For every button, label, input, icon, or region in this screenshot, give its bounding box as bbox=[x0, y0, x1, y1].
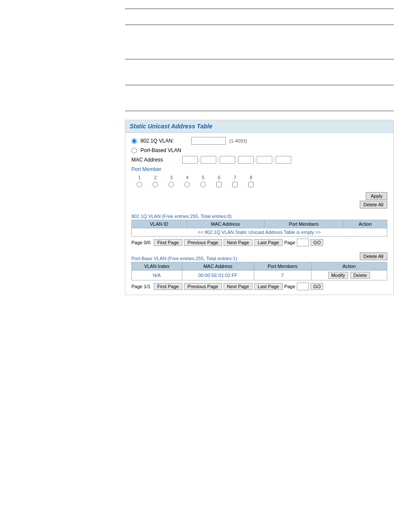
vlan-id-input[interactable] bbox=[191, 137, 226, 145]
static-unicast-panel: Static Unicast Address Table 802.1Q VLAN… bbox=[125, 120, 394, 295]
mac-field-1[interactable] bbox=[182, 156, 198, 164]
previous-page-btn-2[interactable]: Previous Page bbox=[184, 283, 222, 290]
mac-field-3[interactable] bbox=[220, 156, 235, 164]
vlan-portbased-row: Port-Based VLAN bbox=[131, 147, 387, 153]
apply-button[interactable]: Apply bbox=[366, 192, 387, 200]
page-label-2: Page bbox=[284, 284, 296, 289]
table-8021q-header: VLAN ID MAC Address Port Members Action bbox=[132, 220, 387, 228]
pagination-8021q: Page 0/0 First Page Previous Page Next P… bbox=[131, 239, 387, 246]
port-radio-3[interactable] bbox=[168, 182, 174, 187]
buttons-row-2: Delete All bbox=[131, 201, 387, 210]
port-header-2: 2 bbox=[147, 174, 163, 181]
col-mac-address-1: MAC Address bbox=[187, 220, 264, 228]
last-page-btn-2[interactable]: Last Page bbox=[254, 283, 283, 290]
port-header-7: 7 bbox=[227, 174, 243, 181]
col-action-1: Action bbox=[343, 220, 387, 228]
go-btn-2[interactable]: GO bbox=[311, 283, 323, 290]
mac-input-group: : : : : : bbox=[182, 156, 291, 164]
cell-action: Modify Delete bbox=[311, 271, 387, 280]
col-action-2: Action bbox=[311, 262, 387, 271]
page-label-1: Page bbox=[284, 240, 296, 245]
delete-all-button-1[interactable]: Delete All bbox=[360, 201, 387, 208]
port-checkbox-7[interactable] bbox=[232, 182, 238, 187]
port-header-5: 5 bbox=[195, 174, 211, 181]
table-portbase-header: VLAN Index MAC Address Port Members Acti… bbox=[132, 262, 387, 271]
cell-port-members: 7 bbox=[254, 271, 311, 280]
first-page-btn-2[interactable]: First Page bbox=[154, 283, 182, 290]
port-radio-1[interactable] bbox=[137, 182, 142, 187]
port-member-section: Port Member 1 2 3 4 5 6 7 8 bbox=[131, 166, 387, 190]
buttons-row-1: Apply bbox=[131, 192, 387, 201]
port-checkbox-6[interactable] bbox=[216, 182, 222, 187]
mac-address-label: MAC Address bbox=[131, 157, 179, 163]
portbase-section: Port-Base VLAN (Free entries:255, Total … bbox=[131, 252, 387, 290]
col-vlan-index: VLAN Index bbox=[132, 262, 182, 271]
page-number-input-2[interactable] bbox=[297, 283, 309, 290]
port-checkbox-8[interactable] bbox=[248, 182, 254, 187]
section-block-2 bbox=[125, 25, 394, 59]
section-block-3 bbox=[125, 59, 394, 85]
port-radio-2[interactable] bbox=[153, 182, 158, 187]
port-header-1: 1 bbox=[131, 174, 147, 181]
section-block-4 bbox=[125, 85, 394, 111]
table-portbase: VLAN Index MAC Address Port Members Acti… bbox=[131, 262, 387, 280]
port-header-8: 8 bbox=[243, 174, 259, 181]
col-port-members-2: Port Members bbox=[254, 262, 311, 271]
next-page-btn-1[interactable]: Next Page bbox=[224, 239, 252, 246]
vlan-8021q-label: 802.1Q VLAN: bbox=[140, 138, 188, 144]
portbase-header-row: Port-Base VLAN (Free entries:255, Total … bbox=[131, 252, 387, 262]
vlan-portbased-radio[interactable] bbox=[131, 148, 137, 153]
first-page-btn-1[interactable]: First Page bbox=[154, 239, 182, 246]
col-mac-address-2: MAC Address bbox=[182, 262, 254, 271]
last-page-btn-1[interactable]: Last Page bbox=[254, 239, 283, 246]
port-header-row: 1 2 3 4 5 6 7 8 bbox=[131, 174, 259, 181]
mac-field-2[interactable] bbox=[201, 156, 216, 164]
port-member-label: Port Member bbox=[131, 166, 387, 172]
vlan-8021q-radio[interactable] bbox=[131, 138, 137, 144]
mac-field-4[interactable] bbox=[238, 156, 254, 164]
previous-page-btn-1[interactable]: Previous Page bbox=[184, 239, 222, 246]
port-member-table: 1 2 3 4 5 6 7 8 bbox=[131, 174, 259, 190]
vlan-range-label: (1-4093) bbox=[229, 138, 247, 143]
panel-title: Static Unicast Address Table bbox=[125, 120, 393, 133]
next-page-btn-2[interactable]: Next Page bbox=[224, 283, 252, 290]
col-vlan-id: VLAN ID bbox=[132, 220, 187, 228]
go-btn-1[interactable]: GO bbox=[311, 239, 323, 246]
col-port-members-1: Port Members bbox=[264, 220, 343, 228]
sidebar bbox=[0, 0, 121, 532]
port-radio-row bbox=[131, 181, 259, 190]
table-row: N/A 00:00:5E:01:02:FF 7 Modify Delete bbox=[132, 271, 387, 280]
page-info-8021q: Page 0/0 bbox=[131, 240, 150, 245]
vlan-8021q-row: 802.1Q VLAN: (1-4093) bbox=[131, 137, 387, 145]
port-header-6: 6 bbox=[211, 174, 227, 181]
table-8021q-empty-row: << 802.1Q VLAN Static Unicast Address Ta… bbox=[132, 228, 387, 236]
section-block-1 bbox=[125, 9, 394, 25]
empty-message-8021q: << 802.1Q VLAN Static Unicast Address Ta… bbox=[132, 228, 387, 236]
port-radio-5[interactable] bbox=[200, 182, 206, 187]
pagination-portbase: Page 1/1 First Page Previous Page Next P… bbox=[131, 283, 387, 290]
mac-field-5[interactable] bbox=[257, 156, 272, 164]
port-header-4: 4 bbox=[179, 174, 195, 181]
delete-all-button-2[interactable]: Delete All bbox=[360, 252, 387, 260]
delete-row-button[interactable]: Delete bbox=[350, 272, 370, 279]
port-radio-4[interactable] bbox=[184, 182, 190, 187]
mac-address-row: MAC Address : : : : : bbox=[131, 156, 387, 164]
cell-vlan-index: N/A bbox=[132, 271, 182, 280]
cell-mac-address: 00:00:5E:01:02:FF bbox=[182, 271, 254, 280]
page-number-input-1[interactable] bbox=[297, 239, 309, 246]
modify-button[interactable]: Modify bbox=[328, 272, 348, 279]
vlan-portbased-label: Port-Based VLAN bbox=[140, 147, 188, 153]
port-header-3: 3 bbox=[163, 174, 179, 181]
page-info-portbase: Page 1/1 bbox=[131, 284, 150, 289]
mac-field-6[interactable] bbox=[276, 156, 291, 164]
table-portbase-info: Port-Base VLAN (Free entries:255, Total … bbox=[131, 256, 237, 261]
table-8021q: VLAN ID MAC Address Port Members Action … bbox=[131, 220, 387, 236]
table-8021q-info: 802.1Q VLAN (Free entries:255, Total ent… bbox=[131, 214, 387, 219]
